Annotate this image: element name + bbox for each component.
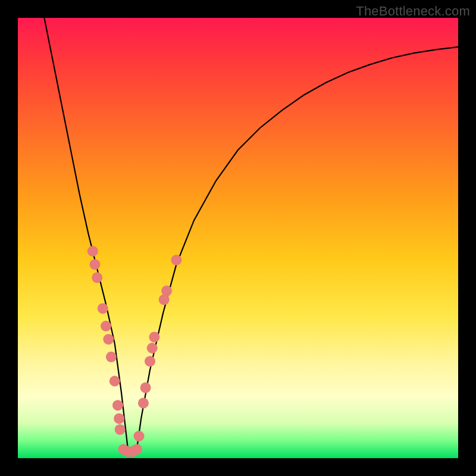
data-marker	[145, 356, 155, 367]
watermark-text: TheBottleneck.com	[356, 4, 470, 19]
data-marker	[112, 400, 123, 411]
data-marker	[115, 424, 126, 435]
bottleneck-curve-path	[44, 18, 458, 449]
chart-svg	[18, 18, 458, 458]
data-marker	[161, 286, 172, 296]
data-marker	[98, 303, 108, 314]
data-marker	[103, 334, 114, 345]
data-marker	[138, 398, 149, 409]
data-marker	[114, 413, 124, 424]
data-marker	[140, 383, 151, 393]
data-marker	[106, 352, 117, 362]
data-marker	[147, 343, 158, 353]
plot-area	[18, 18, 458, 458]
data-marker	[131, 444, 142, 455]
data-marker	[92, 273, 102, 283]
data-marker	[149, 332, 159, 343]
marker-layer	[87, 246, 182, 457]
chart-frame: TheBottleneck.com	[0, 0, 476, 476]
data-marker	[87, 246, 98, 256]
data-marker	[90, 259, 101, 270]
data-marker	[171, 255, 181, 265]
data-marker	[101, 321, 111, 331]
data-marker	[109, 376, 120, 387]
data-marker	[134, 431, 145, 441]
